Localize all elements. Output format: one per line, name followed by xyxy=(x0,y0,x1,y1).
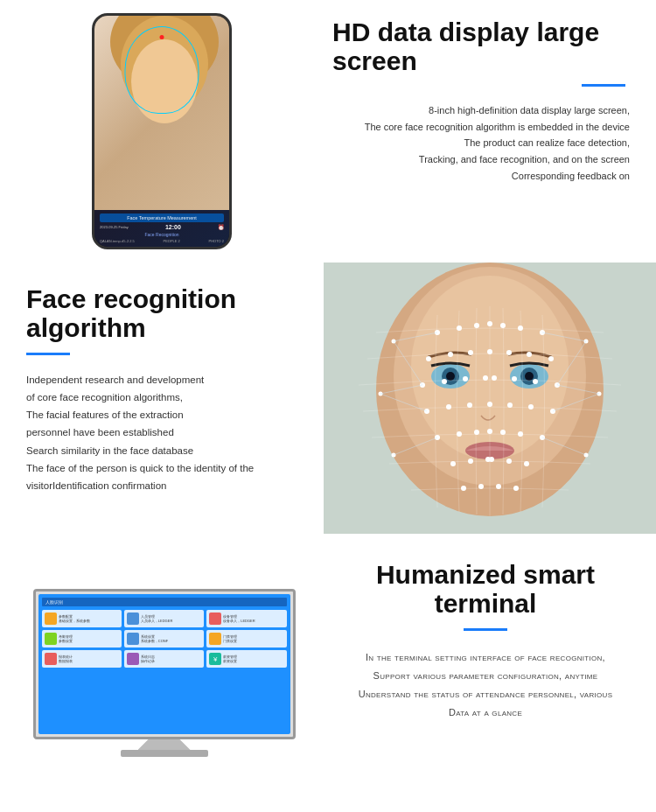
svg-point-38 xyxy=(467,402,472,408)
svg-point-45 xyxy=(474,430,479,435)
section-humanized: 人脸识别 参数配置基础设置，系统参数 人员管理人员录入，LEDGER xyxy=(0,534,656,812)
monitor-screen: 人脸识别 参数配置基础设置，系统参数 人员管理人员录入，LEDGER xyxy=(38,594,290,734)
face-algo-title: Face recognitionalgorithm xyxy=(26,284,297,342)
humanized-text-section: Humanized smart terminal In the terminal… xyxy=(324,534,656,812)
monitor-icon xyxy=(209,633,221,645)
svg-point-26 xyxy=(527,352,532,357)
monitor-container: 人脸识别 参数配置基础设置，系统参数 人员管理人员录入，LEDGER xyxy=(0,534,324,812)
face-algo-text: Face recognitionalgorithm Independent re… xyxy=(0,262,324,534)
face-recognition-image xyxy=(324,262,656,534)
svg-point-55 xyxy=(524,461,529,466)
svg-point-31 xyxy=(483,375,488,381)
svg-point-18 xyxy=(500,323,506,328)
face-algo-description: Independent research and development of … xyxy=(26,371,297,494)
svg-point-58 xyxy=(496,484,501,489)
humanized-blue-line xyxy=(464,628,507,631)
svg-point-51 xyxy=(468,458,473,464)
monitor-screen-wrap: 人脸识别 参数配置基础设置，系统参数 人员管理人员录入，LEDGER xyxy=(33,589,296,739)
section-hd-display: Face Temperature Measurement 2023-09-25 … xyxy=(0,0,656,262)
monitor-item-text: 系统日志操作记录 xyxy=(141,654,155,663)
monitor-icon xyxy=(45,633,57,645)
monitor-item: 门禁管理门禁设置 xyxy=(206,630,286,648)
monitor-icon xyxy=(45,653,57,665)
monitor-item: 系统日志操作记录 xyxy=(124,650,204,668)
svg-point-33 xyxy=(512,376,517,382)
svg-point-27 xyxy=(548,356,554,361)
svg-point-47 xyxy=(500,430,506,435)
svg-point-12 xyxy=(525,372,534,381)
phone-screen xyxy=(94,16,229,210)
svg-point-30 xyxy=(463,376,468,382)
monitor-icon xyxy=(127,612,139,625)
phone-status-left: QALAN-temp-d5-2.2.5 xyxy=(100,239,135,243)
monitor-item: 考勤管理参数设置 xyxy=(42,630,122,648)
monitor-title-bar: 人脸识别 xyxy=(42,598,287,606)
svg-point-39 xyxy=(487,402,492,407)
svg-point-21 xyxy=(426,356,431,361)
face-background xyxy=(94,16,229,210)
monitor-item: 参数配置基础设置，系统参数 xyxy=(42,610,122,627)
svg-point-22 xyxy=(448,352,453,357)
svg-point-17 xyxy=(487,321,492,326)
svg-point-54 xyxy=(506,458,512,464)
humanized-title: Humanized smart terminal xyxy=(337,560,634,618)
svg-point-19 xyxy=(518,326,523,331)
svg-point-25 xyxy=(506,350,512,355)
phone-mockup: Face Temperature Measurement 2023-09-25 … xyxy=(92,13,232,249)
monitor-item-text: 人员管理人员录入，LEDGER xyxy=(141,614,172,623)
phone-status-row: QALAN-temp-d5-2.2.5 PEOPLE 2 PHOTO 2 xyxy=(100,239,224,243)
svg-point-53 xyxy=(489,457,494,462)
phone-time: 12:00 xyxy=(165,224,181,230)
monitor-item: 人员管理人员录入，LEDGER xyxy=(124,610,204,627)
monitor-item-text: 薪资管理薪资设置 xyxy=(223,654,237,663)
monitor-item-text: 考勤管理参数设置 xyxy=(59,634,73,643)
monitor-icon: ¥ xyxy=(209,653,221,665)
svg-point-15 xyxy=(457,326,462,331)
monitor-item-text: 参数配置基础设置，系统参数 xyxy=(59,614,90,623)
monitor-item-text: 设备管理设备录入，LEDGER xyxy=(223,614,255,623)
section-face-recognition: Face recognitionalgorithm Independent re… xyxy=(0,262,656,534)
hd-blue-line xyxy=(582,84,625,87)
svg-point-29 xyxy=(442,379,447,384)
monitor-mockup: 人脸识别 参数配置基础设置，系统参数 人员管理人员录入，LEDGER xyxy=(33,589,296,757)
svg-point-11 xyxy=(446,372,455,381)
svg-point-40 xyxy=(507,402,513,408)
hd-title: HD data display large screen xyxy=(332,18,634,75)
svg-point-23 xyxy=(468,350,473,355)
svg-point-41 xyxy=(528,404,534,410)
phone-status-mid: PEOPLE 2 xyxy=(163,239,179,243)
phone-container: Face Temperature Measurement 2023-09-25 … xyxy=(0,0,324,262)
svg-point-34 xyxy=(533,379,538,384)
humanized-description: In the terminal setting interface of fac… xyxy=(337,648,634,722)
svg-point-59 xyxy=(513,486,519,491)
monitor-stand xyxy=(138,739,191,750)
phone-date: 2023-09-25 Friday xyxy=(100,225,129,229)
svg-point-50 xyxy=(450,461,456,466)
face-visual xyxy=(324,262,656,534)
hd-description: 8-inch high-definition data display larg… xyxy=(332,102,634,184)
face-mesh-svg xyxy=(324,262,656,534)
svg-point-46 xyxy=(487,429,492,434)
monitor-base xyxy=(121,750,208,757)
phone-info-bar: Face Temperature Measurement 2023-09-25 … xyxy=(94,210,229,247)
monitor-icon xyxy=(127,653,139,665)
svg-point-56 xyxy=(461,486,466,491)
monitor-content: 参数配置基础设置，系统参数 人员管理人员录入，LEDGER 设备管理设备录入，L… xyxy=(42,610,287,668)
svg-point-44 xyxy=(457,431,462,437)
monitor-item: 报表统计数据报表 xyxy=(42,650,122,668)
svg-point-32 xyxy=(492,375,497,381)
svg-point-57 xyxy=(478,484,484,489)
monitor-item-text: 报表统计数据报表 xyxy=(59,654,73,663)
svg-point-48 xyxy=(518,431,523,437)
monitor-item: 系统设置系统参数，CONF xyxy=(124,630,204,648)
phone-status-right: PHOTO 2 xyxy=(208,239,224,243)
monitor-item-text: 门禁管理门禁设置 xyxy=(223,634,237,643)
monitor-item: ¥ 薪资管理薪资设置 xyxy=(206,650,286,668)
phone-title: Face Temperature Measurement xyxy=(100,214,224,222)
monitor-item: 设备管理设备录入，LEDGER xyxy=(206,610,286,627)
monitor-icon xyxy=(209,612,221,625)
face-algo-blue-line xyxy=(26,353,70,355)
svg-point-24 xyxy=(487,349,492,354)
svg-point-37 xyxy=(446,404,451,410)
hd-text-section: HD data display large screen 8-inch high… xyxy=(324,0,656,262)
